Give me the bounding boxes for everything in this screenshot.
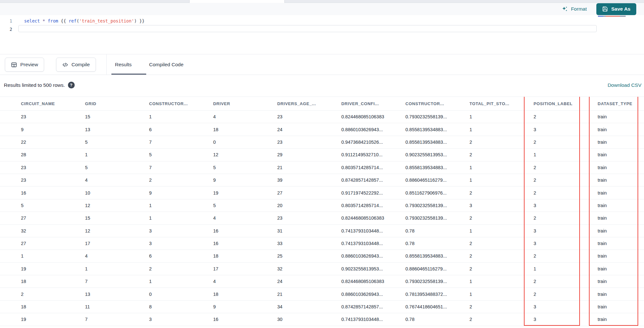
table-cell: 0.8742857142857... [341, 178, 405, 183]
table-cell: 17 [85, 241, 149, 246]
table-cell: 0.8511627906976... [405, 190, 469, 196]
code-token: select [24, 18, 40, 23]
table-cell: 31 [277, 228, 341, 233]
sparkles-icon [562, 6, 568, 12]
table-cell: 27 [21, 241, 85, 246]
table-cell: 21 [277, 165, 341, 170]
table-cell: 3 [149, 241, 213, 246]
table-cell: 20 [277, 203, 341, 208]
table-cell: 12 [213, 152, 277, 157]
table-cell: 0.8860465116279... [405, 178, 469, 183]
table-cell: 13 [85, 292, 149, 297]
table-cell: 23 [21, 178, 85, 183]
table-cell: 5 [85, 140, 149, 145]
compile-button[interactable]: Compile [56, 58, 96, 72]
results-limit-text: Results limited to 500 rows. [4, 82, 65, 88]
tab-results[interactable]: Results [115, 54, 132, 75]
column-header-constructor: CONSTRUCTOR... [149, 101, 213, 106]
code-token: ref [69, 18, 76, 23]
save-as-button[interactable]: Save As [596, 3, 636, 15]
table-cell: 4 [213, 279, 277, 284]
table-cell: 32 [21, 228, 85, 233]
table-cell: 0.8860103626943... [341, 127, 405, 132]
table-cell: 16 [213, 241, 277, 246]
table-cell: 17 [213, 266, 277, 271]
table-cell: 0.8860465116279... [405, 266, 469, 271]
highlight-box-position-label [524, 96, 580, 326]
table-cell: 0.824468085106383 [341, 215, 405, 221]
table-cell: 0.78 [405, 317, 469, 322]
table-cell: 0.7413793103448... [341, 241, 405, 246]
table-cell: 3 [149, 317, 213, 322]
column-header-circuit_name: CIRCUIT_NAME [21, 101, 85, 106]
active-file-tab[interactable] [189, 0, 285, 3]
action-bar: Preview Compile Results Compiled Code [0, 54, 644, 75]
format-button-label: Format [571, 6, 587, 12]
table-cell: 19 [21, 266, 85, 271]
table-cell: 22 [21, 140, 85, 145]
save-as-button-label: Save As [611, 6, 630, 12]
divider [106, 54, 107, 75]
table-cell: 4 [213, 215, 277, 221]
sql-editor[interactable]: 1 2 select * from {{ ref('train_test_pos… [0, 15, 644, 54]
table-cell: 19 [21, 317, 85, 322]
table-cell: 1 [149, 279, 213, 284]
table-cell: 1 [149, 215, 213, 221]
editor-minimap[interactable] [598, 15, 640, 18]
code-token [40, 18, 43, 23]
table-cell: 18 [213, 253, 277, 259]
line-number: 2 [3, 26, 12, 32]
table-cell: 18 [213, 127, 277, 132]
table-cell: 23 [277, 114, 341, 119]
table-cell: 0.8558139534883... [405, 253, 469, 259]
table-cell: 0.8558139534883... [405, 127, 469, 132]
help-icon[interactable]: ? [68, 82, 75, 88]
table-cell: 0.7930232558139... [405, 114, 469, 119]
table-cell: 0.8742857142857... [341, 304, 405, 309]
table-cell: 15 [85, 215, 149, 221]
table-cell: 0.9473684210526... [341, 140, 405, 145]
code-token: * [43, 18, 45, 23]
table-cell: 2 [149, 178, 213, 183]
table-cell: 21 [277, 292, 341, 297]
table-cell: 33 [277, 241, 341, 246]
table-cell: 25 [277, 253, 341, 259]
table-cell: 1 [149, 114, 213, 119]
table-cell: 1 [85, 266, 149, 271]
table-cell: 0.7930232558139... [405, 203, 469, 208]
table-cell: 0.9023255813953... [341, 266, 405, 271]
table-cell: 23 [21, 114, 85, 119]
save-icon [602, 6, 608, 12]
compile-button-label: Compile [71, 62, 90, 68]
table-cell: 23 [21, 165, 85, 170]
preview-button[interactable]: Preview [5, 58, 44, 72]
table-cell: 5 [213, 203, 277, 208]
table-cell: 30 [277, 317, 341, 322]
format-button[interactable]: Format [562, 6, 587, 12]
table-cell: 11 [85, 304, 149, 309]
table-cell: 1 [149, 203, 213, 208]
column-header-driver_confi: DRIVER_CONFI... [341, 101, 405, 106]
preview-button-label: Preview [20, 62, 38, 68]
tab-compiled-code[interactable]: Compiled Code [149, 54, 184, 75]
table-cell: 27 [277, 190, 341, 196]
table-cell: 0.8860103626943... [341, 292, 405, 297]
table-cell: 12 [85, 228, 149, 233]
table-cell: 7 [149, 140, 213, 145]
code-token: {{ [58, 18, 69, 23]
table-cell: 16 [213, 317, 277, 322]
active-line-cursor-box [18, 25, 597, 32]
table-icon [11, 62, 17, 68]
code-line[interactable]: select * from {{ ref('train_test_positio… [24, 18, 145, 24]
table-cell: 0.8035714285714... [341, 165, 405, 170]
table-cell: 13 [85, 127, 149, 132]
table-cell: 0.9023255813953... [405, 152, 469, 157]
results-table: CIRCUIT_NAMEGRIDCONSTRUCTOR...DRIVERDRIV… [0, 96, 644, 328]
table-cell: 32 [277, 266, 341, 271]
table-cell: 6 [149, 127, 213, 132]
table-cell: 6 [149, 253, 213, 259]
download-csv-link[interactable]: Download CSV [608, 82, 641, 88]
column-header-drivers_age_: DRIVERS_AGE_... [277, 101, 341, 106]
table-cell: 18 [21, 279, 85, 284]
table-cell: 0.7674418604651... [405, 304, 469, 309]
